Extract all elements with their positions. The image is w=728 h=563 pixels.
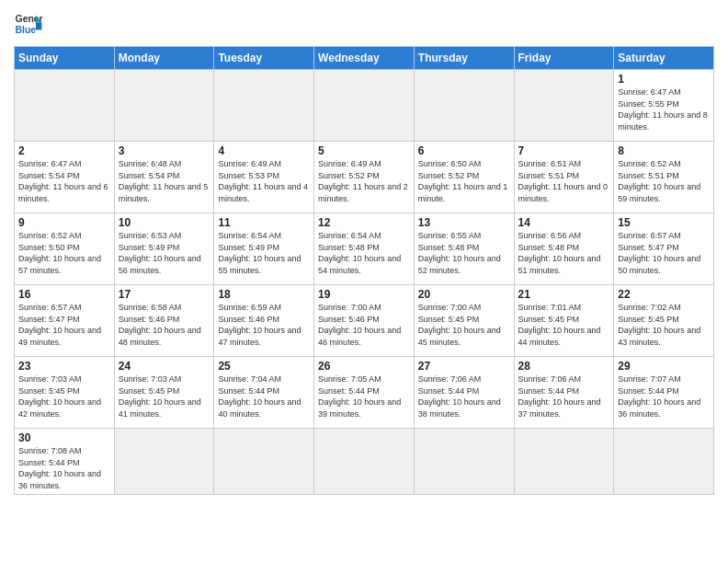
day-info: Sunrise: 7:00 AMSunset: 5:45 PMDaylight:… — [418, 302, 510, 348]
day-number: 4 — [218, 144, 310, 157]
day-number: 29 — [618, 360, 710, 373]
calendar-cell — [314, 429, 415, 495]
day-info: Sunrise: 6:52 AMSunset: 5:50 PMDaylight:… — [18, 230, 110, 276]
calendar-cell: 17Sunrise: 6:58 AMSunset: 5:46 PMDayligh… — [114, 285, 214, 357]
day-info: Sunrise: 6:57 AMSunset: 5:47 PMDaylight:… — [618, 230, 710, 276]
weekday-header-thursday: Thursday — [414, 47, 514, 70]
calendar-cell — [314, 70, 415, 142]
calendar-cell: 7Sunrise: 6:51 AMSunset: 5:51 PMDaylight… — [514, 142, 614, 213]
day-info: Sunrise: 7:03 AMSunset: 5:45 PMDaylight:… — [119, 373, 210, 419]
calendar-cell: 15Sunrise: 6:57 AMSunset: 5:47 PMDayligh… — [614, 213, 714, 285]
calendar-cell: 28Sunrise: 7:06 AMSunset: 5:44 PMDayligh… — [514, 357, 614, 429]
logo-icon: General Blue — [14, 9, 43, 39]
day-number: 10 — [119, 216, 210, 229]
day-number: 25 — [218, 360, 310, 373]
calendar-cell — [214, 429, 314, 495]
calendar-cell: 27Sunrise: 7:06 AMSunset: 5:44 PMDayligh… — [414, 357, 514, 429]
day-number: 3 — [119, 144, 210, 157]
calendar-cell: 11Sunrise: 6:54 AMSunset: 5:49 PMDayligh… — [214, 213, 314, 285]
calendar-cell: 12Sunrise: 6:54 AMSunset: 5:48 PMDayligh… — [314, 213, 415, 285]
day-info: Sunrise: 7:05 AMSunset: 5:44 PMDaylight:… — [318, 373, 410, 419]
calendar-cell: 4Sunrise: 6:49 AMSunset: 5:53 PMDaylight… — [214, 142, 314, 213]
day-number: 5 — [318, 144, 410, 157]
svg-marker-3 — [36, 22, 41, 29]
day-number: 17 — [119, 288, 210, 301]
weekday-header-sunday: Sunday — [15, 47, 115, 70]
day-number: 11 — [218, 216, 310, 229]
day-info: Sunrise: 7:06 AMSunset: 5:44 PMDaylight:… — [418, 373, 510, 419]
calendar-cell: 23Sunrise: 7:03 AMSunset: 5:45 PMDayligh… — [15, 357, 115, 429]
day-info: Sunrise: 6:54 AMSunset: 5:49 PMDaylight:… — [218, 230, 310, 276]
weekday-header-monday: Monday — [114, 47, 214, 70]
calendar-cell: 9Sunrise: 6:52 AMSunset: 5:50 PMDaylight… — [15, 213, 115, 285]
calendar-cell: 13Sunrise: 6:55 AMSunset: 5:48 PMDayligh… — [414, 213, 514, 285]
day-number: 15 — [618, 216, 710, 229]
day-info: Sunrise: 6:59 AMSunset: 5:46 PMDaylight:… — [218, 302, 310, 348]
calendar-cell — [114, 429, 214, 495]
day-number: 13 — [418, 216, 510, 229]
calendar-cell — [214, 70, 314, 142]
day-info: Sunrise: 6:53 AMSunset: 5:49 PMDaylight:… — [119, 230, 210, 276]
day-info: Sunrise: 6:52 AMSunset: 5:51 PMDaylight:… — [618, 158, 710, 204]
calendar-cell: 5Sunrise: 6:49 AMSunset: 5:52 PMDaylight… — [314, 142, 415, 213]
calendar-cell: 26Sunrise: 7:05 AMSunset: 5:44 PMDayligh… — [314, 357, 415, 429]
calendar-cell: 16Sunrise: 6:57 AMSunset: 5:47 PMDayligh… — [15, 285, 115, 357]
day-info: Sunrise: 6:49 AMSunset: 5:53 PMDaylight:… — [218, 158, 310, 204]
weekday-header-saturday: Saturday — [614, 47, 714, 70]
calendar-table: SundayMondayTuesdayWednesdayThursdayFrid… — [14, 46, 714, 495]
day-number: 16 — [18, 288, 110, 301]
day-info: Sunrise: 6:47 AMSunset: 5:54 PMDaylight:… — [18, 158, 110, 204]
day-info: Sunrise: 7:02 AMSunset: 5:45 PMDaylight:… — [618, 302, 710, 348]
weekday-header-wednesday: Wednesday — [314, 47, 415, 70]
day-number: 8 — [618, 144, 710, 157]
day-info: Sunrise: 7:06 AMSunset: 5:44 PMDaylight:… — [518, 373, 610, 419]
day-number: 9 — [18, 216, 110, 229]
day-number: 27 — [418, 360, 510, 373]
page: General Blue SundayMondayTuesdayWednesda… — [0, 0, 728, 563]
day-info: Sunrise: 6:55 AMSunset: 5:48 PMDaylight:… — [418, 230, 510, 276]
calendar-cell: 3Sunrise: 6:48 AMSunset: 5:54 PMDaylight… — [114, 142, 214, 213]
day-number: 12 — [318, 216, 410, 229]
calendar-cell: 22Sunrise: 7:02 AMSunset: 5:45 PMDayligh… — [614, 285, 714, 357]
svg-text:Blue: Blue — [16, 25, 37, 35]
weekday-header-tuesday: Tuesday — [214, 47, 314, 70]
calendar-cell: 18Sunrise: 6:59 AMSunset: 5:46 PMDayligh… — [214, 285, 314, 357]
day-number: 20 — [418, 288, 510, 301]
calendar-cell — [414, 429, 514, 495]
calendar-cell: 1Sunrise: 6:47 AMSunset: 5:55 PMDaylight… — [614, 70, 714, 142]
day-number: 22 — [618, 288, 710, 301]
day-info: Sunrise: 7:00 AMSunset: 5:46 PMDaylight:… — [318, 302, 410, 348]
day-number: 2 — [18, 144, 110, 157]
calendar-cell: 25Sunrise: 7:04 AMSunset: 5:44 PMDayligh… — [214, 357, 314, 429]
header: General Blue — [14, 9, 714, 39]
day-info: Sunrise: 7:03 AMSunset: 5:45 PMDaylight:… — [18, 373, 110, 419]
weekday-header-friday: Friday — [514, 47, 614, 70]
calendar-cell: 10Sunrise: 6:53 AMSunset: 5:49 PMDayligh… — [114, 213, 214, 285]
day-info: Sunrise: 6:58 AMSunset: 5:46 PMDaylight:… — [119, 302, 210, 348]
calendar-cell: 2Sunrise: 6:47 AMSunset: 5:54 PMDaylight… — [15, 142, 115, 213]
calendar-header-row: SundayMondayTuesdayWednesdayThursdayFrid… — [15, 47, 714, 70]
day-info: Sunrise: 7:04 AMSunset: 5:44 PMDaylight:… — [218, 373, 310, 419]
day-number: 7 — [518, 144, 610, 157]
day-number: 1 — [618, 73, 710, 86]
day-number: 6 — [418, 144, 510, 157]
calendar-cell — [15, 70, 115, 142]
day-number: 24 — [119, 360, 210, 373]
calendar-cell: 14Sunrise: 6:56 AMSunset: 5:48 PMDayligh… — [514, 213, 614, 285]
day-info: Sunrise: 6:48 AMSunset: 5:54 PMDaylight:… — [119, 158, 210, 204]
day-number: 23 — [18, 360, 110, 373]
calendar-cell: 30Sunrise: 7:08 AMSunset: 5:44 PMDayligh… — [15, 429, 115, 495]
calendar-cell: 29Sunrise: 7:07 AMSunset: 5:44 PMDayligh… — [614, 357, 714, 429]
calendar-cell: 20Sunrise: 7:00 AMSunset: 5:45 PMDayligh… — [414, 285, 514, 357]
calendar-cell: 8Sunrise: 6:52 AMSunset: 5:51 PMDaylight… — [614, 142, 714, 213]
day-info: Sunrise: 7:01 AMSunset: 5:45 PMDaylight:… — [518, 302, 610, 348]
day-info: Sunrise: 6:50 AMSunset: 5:52 PMDaylight:… — [418, 158, 510, 204]
calendar-cell: 21Sunrise: 7:01 AMSunset: 5:45 PMDayligh… — [514, 285, 614, 357]
day-info: Sunrise: 7:07 AMSunset: 5:44 PMDaylight:… — [618, 373, 710, 419]
day-info: Sunrise: 6:49 AMSunset: 5:52 PMDaylight:… — [318, 158, 410, 204]
day-number: 21 — [518, 288, 610, 301]
day-number: 26 — [318, 360, 410, 373]
day-number: 18 — [218, 288, 310, 301]
day-info: Sunrise: 6:56 AMSunset: 5:48 PMDaylight:… — [518, 230, 610, 276]
day-info: Sunrise: 7:08 AMSunset: 5:44 PMDaylight:… — [18, 445, 110, 491]
